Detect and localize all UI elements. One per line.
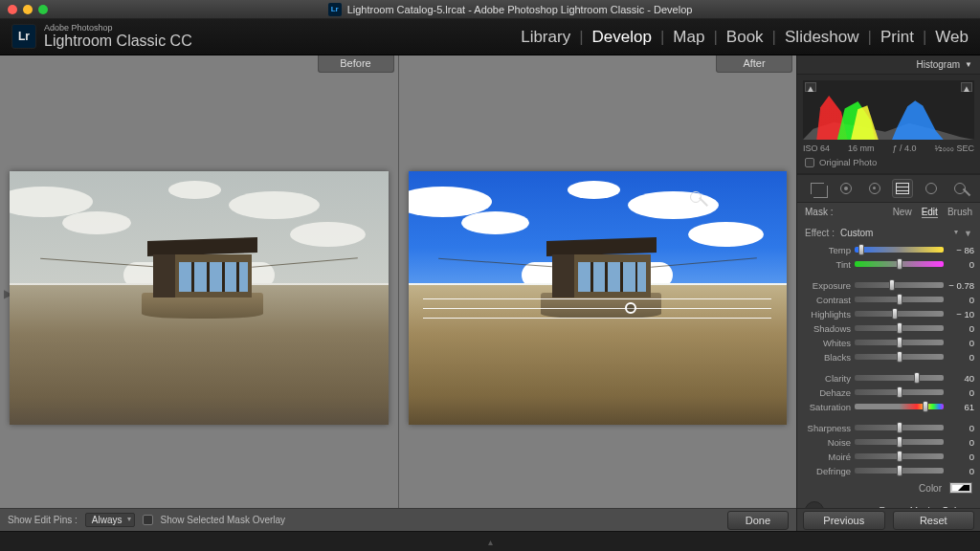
slider-thumb[interactable] <box>897 422 902 433</box>
red-eye-tool[interactable] <box>864 179 885 198</box>
slider-value[interactable]: 61 <box>947 402 974 412</box>
crop-tool[interactable] <box>807 179 828 198</box>
slider-thumb[interactable] <box>914 372 920 384</box>
mask-mode-edit[interactable]: Edit <box>922 207 938 218</box>
graduated-filter-tool[interactable] <box>892 179 913 198</box>
module-web[interactable]: Web <box>935 28 969 47</box>
slider-value[interactable]: 0 <box>947 452 974 462</box>
maximize-icon[interactable] <box>38 5 48 14</box>
color-swatch[interactable] <box>949 482 972 494</box>
slider-sharpness: Sharpness0 <box>803 421 974 434</box>
before-after-view <box>0 73 796 531</box>
mask-preview-icon[interactable] <box>805 501 824 508</box>
slider-value[interactable]: − 0.78 <box>947 280 974 291</box>
slider-value[interactable]: − 10 <box>947 309 974 320</box>
after-pane[interactable] <box>399 73 797 531</box>
slider-thumb[interactable] <box>897 351 902 363</box>
slider-label: Sharpness <box>803 423 851 433</box>
main-area: ▶ Before After <box>0 55 980 531</box>
mask-mode-new[interactable]: New <box>893 207 912 218</box>
graduated-filter-overlay[interactable] <box>423 308 771 310</box>
mask-mode-brush[interactable]: Brush <box>947 207 972 218</box>
module-book[interactable]: Book <box>726 28 764 47</box>
slider-track[interactable] <box>855 311 944 317</box>
slider-value[interactable]: 0 <box>947 466 974 476</box>
slider-track[interactable] <box>855 453 944 459</box>
slider-thumb[interactable] <box>889 279 895 291</box>
slider-track[interactable] <box>855 247 944 253</box>
slider-thumb[interactable] <box>923 401 928 412</box>
exif-iso: ISO 64 <box>803 143 830 153</box>
slider-value[interactable]: 0 <box>947 323 974 334</box>
slider-value[interactable]: 40 <box>947 373 974 384</box>
effect-preset-select[interactable]: Custom <box>840 228 958 238</box>
collapse-tri-icon[interactable]: ▼ <box>964 229 972 238</box>
histogram-plot[interactable]: ▲ ▲ <box>803 80 974 140</box>
slider-track[interactable] <box>855 375 944 381</box>
slider-thumb[interactable] <box>897 386 902 398</box>
highlight-clipping-icon[interactable]: ▲ <box>961 82 972 92</box>
slider-track[interactable] <box>855 261 944 267</box>
module-slideshow[interactable]: Slideshow <box>785 28 859 47</box>
slider-thumb[interactable] <box>897 294 902 305</box>
slider-value[interactable]: 0 <box>947 387 974 398</box>
slider-label: Shadows <box>803 323 851 334</box>
slider-value[interactable]: 0 <box>947 423 974 433</box>
histogram-header[interactable]: Histogram ▼ <box>797 55 980 75</box>
slider-track[interactable] <box>855 468 944 474</box>
exif-aperture: ƒ / 4.0 <box>892 143 916 153</box>
slider-track[interactable] <box>855 340 944 345</box>
slider-track[interactable] <box>855 297 944 302</box>
slider-value[interactable]: 0 <box>947 338 974 348</box>
slider-thumb[interactable] <box>897 258 902 270</box>
module-develop[interactable]: Develop <box>592 28 652 47</box>
shadow-clipping-icon[interactable]: ▲ <box>805 82 816 92</box>
adjustment-sliders: Effect : Custom ▼ Temp− 86Tint0Exposure−… <box>797 222 980 508</box>
slider-track[interactable] <box>855 404 944 409</box>
slider-value[interactable]: 0 <box>947 352 974 363</box>
slider-thumb[interactable] <box>897 337 902 348</box>
slider-track[interactable] <box>855 354 944 360</box>
module-map[interactable]: Map <box>673 28 704 47</box>
workspace-toolbar: Show Edit Pins : Always Show Selected Ma… <box>0 508 796 531</box>
slider-thumb[interactable] <box>897 465 902 476</box>
adjustment-brush-tool[interactable] <box>949 179 970 198</box>
slider-thumb[interactable] <box>897 436 902 448</box>
slider-thumb[interactable] <box>892 308 898 320</box>
radial-filter-tool[interactable] <box>921 179 942 198</box>
slider-thumb[interactable] <box>897 322 902 334</box>
module-library[interactable]: Library <box>521 28 570 47</box>
slider-track[interactable] <box>855 389 944 395</box>
done-button[interactable]: Done <box>727 511 789 530</box>
slider-value[interactable]: 0 <box>947 259 974 270</box>
slider-value[interactable]: 0 <box>947 437 974 448</box>
slider-track[interactable] <box>855 425 944 430</box>
slider-label: Highlights <box>803 309 851 320</box>
spot-removal-icon <box>840 183 852 194</box>
lr-logo-icon: Lr <box>11 24 36 49</box>
slider-thumb[interactable] <box>858 244 864 255</box>
slider-label: Noise <box>803 437 851 448</box>
slider-value[interactable]: 0 <box>947 295 974 305</box>
before-pane[interactable] <box>0 73 399 531</box>
separator: | <box>772 28 776 47</box>
spot-removal-tool[interactable] <box>835 179 857 198</box>
before-image <box>10 171 389 425</box>
slider-track[interactable] <box>855 439 944 445</box>
mask-overlay-checkbox[interactable] <box>143 515 153 525</box>
slider-thumb[interactable] <box>897 451 902 462</box>
slider-track[interactable] <box>855 325 944 331</box>
filmstrip-collapsed[interactable]: ▴ <box>0 531 980 551</box>
reset-button[interactable]: Reset <box>893 511 975 530</box>
histogram-panel: ▲ ▲ ISO 64 16 mm ƒ / 4.0 ¹⁄₂₀₀₀ SEC Orig… <box>797 75 980 174</box>
minimize-icon[interactable] <box>23 5 33 14</box>
module-print[interactable]: Print <box>880 28 914 47</box>
original-photo-checkbox[interactable] <box>805 158 814 167</box>
slider-track[interactable] <box>855 282 944 288</box>
close-icon[interactable] <box>8 5 17 14</box>
slider-temp: Temp− 86 <box>803 243 974 256</box>
show-edit-pins-select[interactable]: Always <box>85 513 135 527</box>
radial-filter-icon <box>925 183 937 194</box>
previous-button[interactable]: Previous <box>803 511 885 530</box>
slider-value[interactable]: − 86 <box>947 245 974 255</box>
